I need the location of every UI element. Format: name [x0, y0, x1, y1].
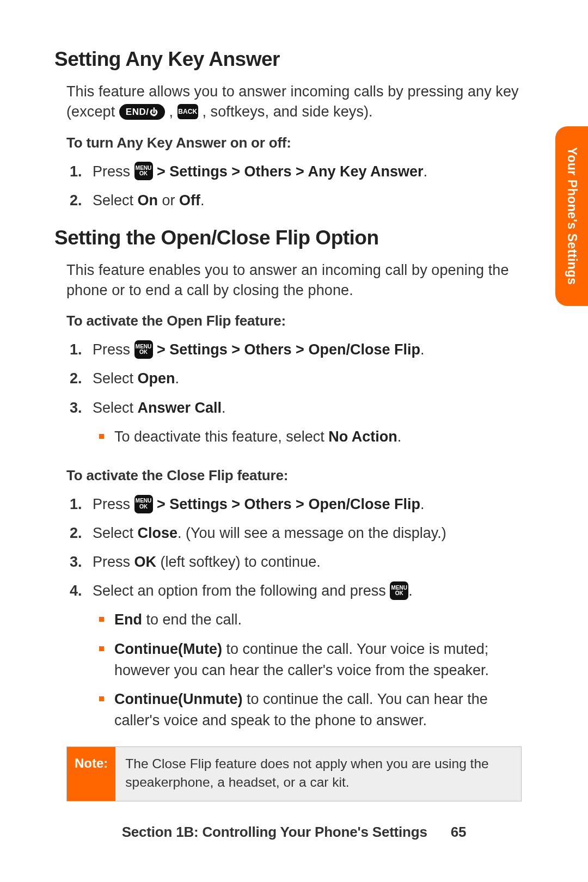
subhead-open-flip: To activate the Open Flip feature: — [66, 313, 534, 329]
text: Press — [93, 554, 134, 570]
text: or — [158, 192, 179, 209]
step-number: 2. — [70, 523, 82, 544]
step: 4. Select an option from the following a… — [93, 580, 534, 731]
step-number: 1. — [70, 494, 82, 515]
text: Select — [93, 370, 138, 387]
bold: Close — [138, 525, 178, 541]
menu-ok-key-icon: MENUOK — [134, 162, 153, 180]
bold: End — [114, 611, 142, 628]
step-number: 1. — [70, 161, 82, 182]
text: . — [420, 496, 425, 512]
bullet: Continue(Mute) to continue the call. You… — [114, 639, 534, 681]
text: . — [175, 370, 180, 387]
bullet: To deactivate this feature, select No Ac… — [114, 426, 534, 448]
bold-path: > Settings > Others > Open/Close Flip — [157, 341, 420, 358]
bold: Answer Call — [138, 400, 222, 416]
heading-open-close: Setting the Open/Close Flip Option — [54, 226, 534, 249]
step-number: 1. — [70, 339, 82, 360]
step: 3. Select Answer Call. To deactivate thi… — [93, 397, 534, 448]
footer-section: Section 1B: Controlling Your Phone's Set… — [122, 824, 427, 840]
steps-open-flip: 1. Press MENUOK > Settings > Others > Op… — [54, 339, 534, 448]
intro-open-close: This feature enables you to answer an in… — [66, 260, 534, 301]
text: Select — [93, 400, 138, 416]
step-number: 3. — [70, 397, 82, 419]
text: Select — [93, 192, 138, 209]
bullet: Continue(Unmute) to continue the call. Y… — [114, 689, 534, 731]
steps-close-flip: 1. Press MENUOK > Settings > Others > Op… — [54, 494, 534, 731]
text: . — [420, 341, 425, 358]
page-number: 65 — [451, 824, 467, 841]
bullet: End to end the call. — [114, 609, 534, 630]
sub-bullets: End to end the call. Continue(Mute) to c… — [93, 609, 534, 731]
side-tab: Your Phone's Settings — [555, 126, 588, 306]
subhead-close-flip: To activate the Close Flip feature: — [66, 467, 534, 484]
menu-ok-key-icon: MENUOK — [134, 340, 153, 359]
step: 2. Select On or Off. — [93, 190, 534, 211]
bold: No Action — [328, 428, 397, 445]
text: . — [397, 428, 402, 445]
text: , softkeys, and side keys). — [202, 103, 372, 120]
steps-anykey: 1. Press MENUOK > Settings > Others > An… — [54, 161, 534, 211]
text: Press — [93, 496, 134, 512]
text: Press — [93, 341, 134, 358]
note-label: Note: — [67, 747, 115, 801]
text: Select — [93, 525, 138, 541]
text: . — [200, 192, 205, 209]
end-key-icon: END/ — [119, 104, 165, 120]
text: (left softkey) to continue. — [156, 554, 321, 570]
heading-any-key: Setting Any Key Answer — [54, 48, 534, 71]
step: 1. Press MENUOK > Settings > Others > Op… — [93, 339, 534, 360]
bold: Open — [138, 370, 175, 387]
bold: Continue(Mute) — [114, 641, 222, 657]
text: . — [423, 163, 427, 180]
text: Select an option from the following and … — [93, 583, 390, 599]
text: To deactivate this feature, select — [114, 428, 328, 445]
step-number: 3. — [70, 552, 82, 573]
text: Press — [93, 163, 134, 180]
step: 3. Press OK (left softkey) to continue. — [93, 552, 534, 573]
bold: OK — [134, 554, 157, 570]
bold-path: > Settings > Others > Any Key Answer — [157, 163, 423, 180]
page-content: Setting Any Key Answer This feature allo… — [0, 0, 588, 801]
bold: Off — [179, 192, 200, 209]
text: . — [222, 400, 226, 416]
text: , — [169, 103, 177, 120]
bold: Continue(Unmute) — [114, 691, 242, 707]
side-tab-label: Your Phone's Settings — [565, 147, 579, 285]
sub-bullets: To deactivate this feature, select No Ac… — [93, 426, 534, 448]
step: 1. Press MENUOK > Settings > Others > Op… — [93, 494, 534, 515]
step: 2. Select Close. (You will see a message… — [93, 523, 534, 544]
page-footer: Section 1B: Controlling Your Phone's Set… — [0, 824, 588, 841]
step: 1. Press MENUOK > Settings > Others > An… — [93, 161, 534, 182]
intro-any-key: This feature allows you to answer incomi… — [66, 82, 534, 122]
text: . — [408, 583, 413, 599]
step: 2. Select Open. — [93, 368, 534, 389]
step-number: 2. — [70, 368, 82, 389]
text: to end the call. — [142, 611, 242, 628]
step-number: 2. — [70, 190, 82, 211]
note-text: The Close Flip feature does not apply wh… — [115, 747, 521, 801]
menu-ok-key-icon: MENUOK — [134, 495, 153, 513]
text: . (You will see a message on the display… — [177, 525, 446, 541]
bold: On — [138, 192, 158, 209]
menu-ok-key-icon: MENUOK — [390, 581, 408, 600]
bold-path: > Settings > Others > Open/Close Flip — [157, 496, 420, 512]
note-box: Note: The Close Flip feature does not ap… — [66, 746, 522, 801]
subhead-anykey-toggle: To turn Any Key Answer on or off: — [66, 134, 534, 151]
step-number: 4. — [70, 580, 82, 602]
back-key-icon: BACK — [177, 104, 198, 119]
